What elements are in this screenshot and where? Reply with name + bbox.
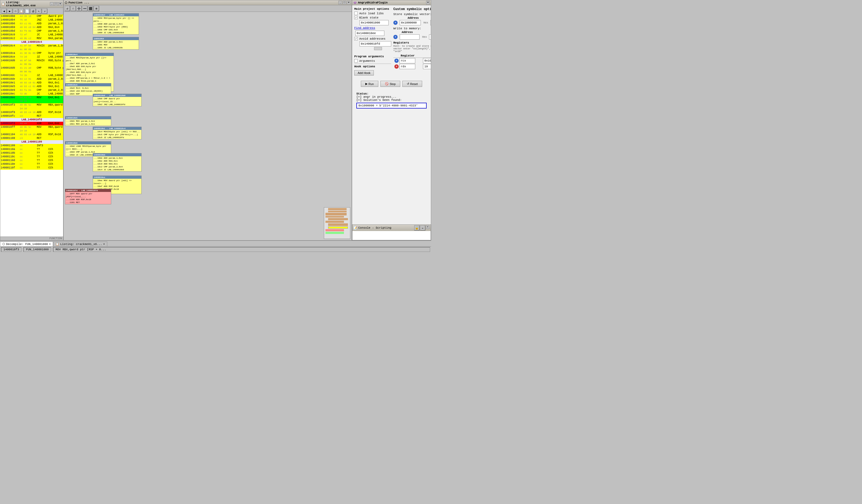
bytes-cell: 4c 00 05 bbox=[20, 48, 36, 52]
bytes-cell: cc bbox=[20, 144, 36, 148]
operands-cell: RAX,0x1 bbox=[48, 81, 60, 85]
addr-cell bbox=[1, 63, 20, 66]
addr-cell: 1400010b0 bbox=[1, 14, 20, 18]
console-icon: 📝 bbox=[353, 226, 357, 230]
graph-tb-home[interactable]: ⌂ bbox=[70, 6, 76, 11]
add-hook-button[interactable]: Add Hook bbox=[354, 70, 374, 76]
tab-listing[interactable]: 📋 Listing: crackme01_x6... × bbox=[53, 242, 107, 246]
add-write-btn[interactable]: + bbox=[393, 35, 397, 39]
mnemonic-cell: ADD bbox=[37, 85, 47, 89]
mnemonic-cell: ?? bbox=[37, 151, 47, 155]
bytes-cell: 83 fa 04 bbox=[20, 89, 36, 92]
tb-cursor-btn[interactable]: ↖ bbox=[36, 9, 41, 14]
add-sym-btn[interactable]: + bbox=[393, 21, 397, 25]
reset-button[interactable]: ↺ Reset bbox=[402, 81, 422, 87]
graph-node-9[interactable]: 1400010bb ...10bb ADD param_1,0x1 ...10b… bbox=[93, 153, 142, 172]
auto-load-libs-checkbox[interactable] bbox=[354, 12, 358, 15]
listing-min-btn[interactable]: _ bbox=[50, 2, 54, 6]
stop-button[interactable]: 🚫 Stop bbox=[380, 81, 400, 87]
graph-min-btn[interactable]: _ bbox=[338, 1, 342, 4]
graph-node-6[interactable]: 1400010b5 ...10b5 MOV param_1,0x1 ...10b… bbox=[65, 116, 111, 126]
graph-node-7[interactable]: 1400010b1 - LAB_1400010c4 ...10c4 MOVZXb… bbox=[93, 127, 142, 140]
mnemonic-cell: ADD bbox=[37, 81, 47, 85]
tab-listing-close[interactable]: × bbox=[103, 243, 105, 246]
listing-line: 1400010b4 75 48 JNZ LAB_1400010fd bbox=[0, 18, 63, 22]
tb-home-btn[interactable]: ⌂ bbox=[13, 9, 18, 14]
tb-next-btn[interactable]: ▶ bbox=[7, 9, 12, 14]
listing-max-btn[interactable]: □ bbox=[54, 2, 58, 6]
run-button[interactable]: ▶ Run bbox=[361, 81, 378, 87]
reg-row-1: + bbox=[393, 58, 431, 64]
graph-tb-zoomin[interactable]: ➕ bbox=[76, 6, 82, 11]
auto-load-libs-label: Auto load libs bbox=[359, 12, 383, 15]
console-close-btn[interactable]: × bbox=[426, 225, 430, 229]
reg2-name-input[interactable] bbox=[400, 64, 415, 69]
tb-print-btn[interactable]: 🖨 bbox=[30, 9, 36, 14]
solution-input[interactable] bbox=[356, 103, 427, 108]
register-col-header: Register bbox=[393, 54, 422, 58]
tb-go-btn[interactable]: ↗ bbox=[42, 9, 47, 14]
operands-cell: param_1,0x4 bbox=[48, 29, 63, 33]
add-reg-btn[interactable]: + bbox=[394, 58, 399, 63]
listing-line: 14000110a cc ?? CCh bbox=[0, 148, 63, 151]
write-value-col: Value bbox=[423, 31, 431, 34]
status-line1: [+] angr in progress... bbox=[356, 95, 427, 98]
operands-cell: RAX,0x1 bbox=[48, 85, 60, 89]
bottom-tabs-bar: ⬡ Decompile: FUN_140001000 × 📋 Listing: … bbox=[0, 240, 431, 246]
remove-reg-btn[interactable]: × bbox=[394, 64, 399, 69]
console-lock-btn[interactable]: 🔒 bbox=[414, 225, 419, 230]
avoid-address-input[interactable] bbox=[360, 41, 391, 47]
graph-close-btn[interactable]: × bbox=[347, 1, 351, 4]
graph-tb-zoomout[interactable]: ➖ bbox=[82, 6, 88, 11]
graph-node-2[interactable]: 14001064 ...1064 ADD param_1,0x1 ...1065… bbox=[93, 37, 139, 50]
graph-title: Function ... bbox=[68, 1, 89, 4]
tab-decompile-close[interactable]: × bbox=[49, 243, 51, 246]
bytes-cell: 72 ef bbox=[20, 33, 36, 37]
operands-cell: CCh bbox=[48, 148, 53, 151]
graph-content[interactable]: 1400010b3 - LAB_14001053 ...1059 MOV<par… bbox=[64, 12, 352, 240]
graph-tb-refresh[interactable]: ↺ bbox=[65, 6, 70, 11]
reg2-value-input[interactable] bbox=[423, 64, 431, 69]
operands-cell: EAX,EAX bbox=[48, 122, 60, 125]
reg1-name-input[interactable] bbox=[400, 58, 415, 63]
tb-prev-btn[interactable]: ◀ bbox=[1, 9, 6, 14]
arguments-row: Arguments bbox=[354, 59, 391, 63]
avoid-addresses-checkbox[interactable] bbox=[354, 37, 358, 40]
reg1-value-input[interactable] bbox=[423, 58, 431, 63]
mnemonic-cell: MOVZX bbox=[37, 59, 47, 63]
bytes-cell: c3 bbox=[20, 136, 36, 140]
sym-address-input[interactable] bbox=[400, 20, 421, 25]
run-label: Run bbox=[368, 82, 374, 85]
graph-panel: ⬡ Function ... _ □ × ↺ ⌂ ➕ ➖ ⬛ ⊞ bbox=[63, 0, 352, 240]
tb-paste-btn[interactable]: 📄 bbox=[25, 9, 30, 14]
console-edit-btn[interactable]: ✏ bbox=[420, 225, 425, 230]
graph-max-btn[interactable]: □ bbox=[343, 1, 346, 4]
reset-label: Reset bbox=[410, 82, 418, 85]
listing-line: 14000110c cc ?? CCh bbox=[0, 155, 63, 159]
blank-state-address-input[interactable] bbox=[360, 20, 389, 25]
blank-state-checkbox[interactable] bbox=[354, 16, 358, 19]
find-address-input[interactable] bbox=[355, 31, 384, 36]
find-address-link[interactable]: Find address bbox=[354, 26, 375, 29]
graph-node-11[interactable]: 1400010fd - LAB_1400010fd ...10ff MOV qw… bbox=[65, 189, 111, 204]
arguments-checkbox[interactable] bbox=[354, 59, 358, 63]
listing-close-btn[interactable]: × bbox=[58, 2, 62, 6]
write-address-input[interactable] bbox=[400, 34, 419, 40]
listing-content[interactable]: 1400010b0 44 39 10 CMP dword ptr [RAX]=>… bbox=[0, 14, 63, 237]
addr-cell: 1400010d0 bbox=[1, 59, 20, 63]
reset-icon: ↺ bbox=[407, 82, 409, 85]
hook-options-title: Hook options bbox=[354, 65, 391, 68]
tab-decompile[interactable]: ⬡ Decompile: FUN_140001000 × bbox=[0, 242, 53, 246]
tb-copy-btn[interactable]: 📋 bbox=[19, 9, 24, 14]
graph-node-1[interactable]: 1400010b3 - LAB_14001053 ...1059 MOV<par… bbox=[93, 13, 139, 35]
listing-hscroll[interactable]: FUNCTION bbox=[0, 237, 63, 240]
bytes-cell: 48 8b 5c bbox=[20, 125, 36, 129]
graph-tb-layout[interactable]: ⊞ bbox=[94, 6, 99, 11]
operands-cell: CCh bbox=[48, 166, 53, 170]
angry-close-btn[interactable]: × bbox=[426, 1, 430, 4]
graph-node-5[interactable]: 1400010b0 - LAB_1400010b0 ...10b0 CMP dw… bbox=[93, 94, 142, 106]
graph-tb-fit[interactable]: ⬛ bbox=[88, 6, 93, 11]
addr-cell: 1400010ff bbox=[1, 125, 20, 129]
sym-length-input[interactable] bbox=[430, 20, 431, 25]
write-value-input[interactable] bbox=[429, 34, 431, 40]
